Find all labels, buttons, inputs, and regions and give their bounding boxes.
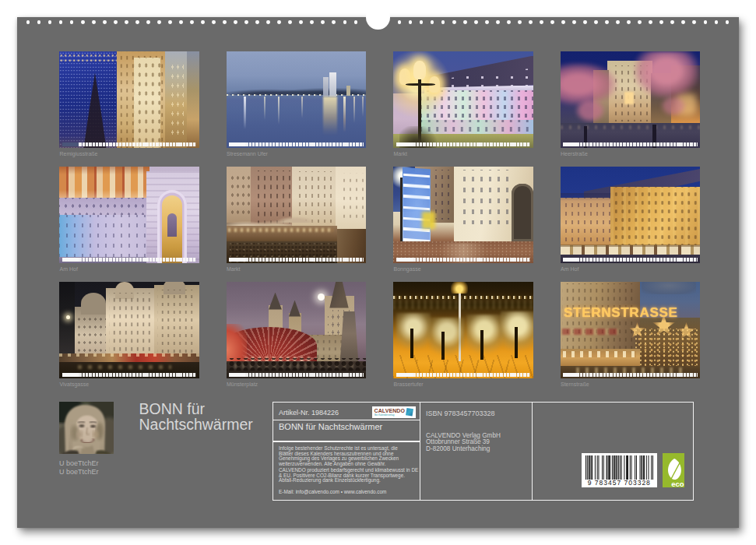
svg-text:eco: eco — [671, 479, 684, 487]
